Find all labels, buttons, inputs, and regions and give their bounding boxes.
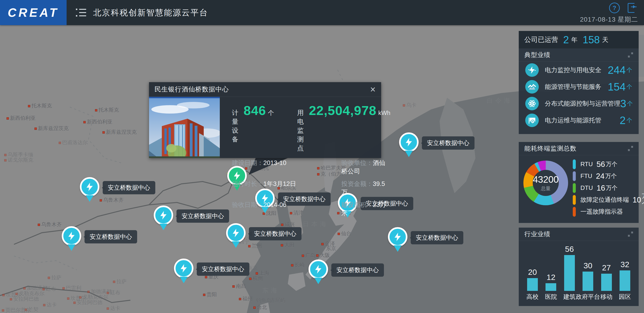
expand-icon[interactable] bbox=[628, 146, 633, 151]
achievement-label: 电力监控与用电安全 bbox=[545, 66, 602, 74]
achievement-row[interactable]: 电力运维与能源托管2个 bbox=[519, 112, 639, 129]
legend-label: 一遥故障指示器 bbox=[580, 208, 623, 216]
industry-panel: 行业业绩 20高校12医院56建筑30政府平台27移动32园区 bbox=[519, 228, 639, 306]
city-label: 大田 bbox=[281, 242, 294, 249]
datacenter-marker-label[interactable]: 安立桥数据中心 bbox=[331, 264, 384, 277]
city-dot-icon bbox=[281, 224, 283, 226]
city-label: 新库兹涅茨克 bbox=[34, 125, 69, 132]
expand-icon[interactable] bbox=[628, 232, 633, 237]
achievement-count-unit: 个 bbox=[627, 100, 633, 107]
city-label: 仙台 bbox=[338, 230, 351, 237]
datacenter-marker-label[interactable]: 安立桥数据中心 bbox=[84, 230, 137, 243]
achievement-count: 3 bbox=[620, 97, 626, 110]
datacenter-marker[interactable] bbox=[80, 177, 100, 202]
datacenter-marker-label[interactable]: 安立桥数据中心 bbox=[411, 231, 463, 244]
datacenter-marker[interactable] bbox=[154, 206, 173, 230]
city-dot-icon bbox=[2, 309, 4, 312]
city-label: 乌鲁木齐 bbox=[100, 197, 124, 204]
bar-value: 56 bbox=[565, 245, 574, 254]
city-dot-icon bbox=[239, 298, 241, 300]
city-label: 乌鲁木齐 bbox=[38, 221, 62, 228]
city-dot-icon bbox=[15, 293, 18, 295]
city-dot-icon bbox=[338, 233, 340, 235]
city-label: 南昌 bbox=[232, 283, 246, 290]
city-dot-icon bbox=[256, 272, 258, 275]
datacenter-marker-label[interactable]: 安立桥数据中心 bbox=[249, 227, 302, 240]
legend-unit: 万个 bbox=[605, 172, 617, 180]
popup-detail-row: 投资金额：39.5万 bbox=[341, 180, 390, 196]
bar bbox=[564, 255, 575, 291]
datacenter-marker[interactable] bbox=[62, 226, 81, 251]
datacenter-marker[interactable] bbox=[226, 223, 246, 248]
legend-color-bar bbox=[573, 159, 576, 169]
legend-row: RTU56万个 bbox=[573, 158, 636, 170]
menu-list-icon[interactable] bbox=[76, 8, 86, 16]
bar bbox=[527, 278, 538, 291]
city-label: 托木斯克 bbox=[28, 102, 52, 109]
atom-icon bbox=[525, 97, 539, 110]
legend-value: 56 bbox=[596, 160, 605, 169]
city-label: 乌卡 bbox=[403, 102, 416, 109]
city-dot-icon bbox=[403, 104, 405, 107]
city-dot-icon bbox=[281, 244, 283, 247]
datacenter-marker[interactable] bbox=[399, 132, 418, 157]
achievement-row[interactable]: 分布式能源控制与运营管理3个 bbox=[519, 95, 639, 112]
popup-title: 民生银行酒仙桥数据中心 bbox=[154, 85, 229, 94]
logout-icon[interactable] bbox=[628, 2, 638, 12]
city-label: 福州 bbox=[239, 295, 252, 302]
city-dot-icon bbox=[28, 105, 30, 107]
datacenter-marker[interactable] bbox=[174, 259, 194, 283]
city-dot-icon bbox=[203, 294, 205, 296]
legend-unit: 万个 bbox=[642, 192, 644, 208]
legend-unit: 万个 bbox=[606, 160, 618, 168]
industry-bar-column: 20高校 bbox=[524, 244, 540, 301]
operation-days: 158 bbox=[582, 34, 600, 46]
city-dot-icon bbox=[67, 298, 70, 300]
legend-color-bar bbox=[573, 183, 576, 193]
city-dot-icon bbox=[62, 287, 65, 290]
legend-value: 10 bbox=[632, 196, 641, 204]
datacenter-marker-label[interactable]: 安立桥数据中心 bbox=[422, 136, 474, 150]
datacenter-marker-label[interactable]: 安立桥数据中心 bbox=[176, 209, 229, 223]
bar-value: 27 bbox=[602, 263, 611, 272]
lightning-icon bbox=[525, 63, 539, 77]
city-dot-icon bbox=[95, 109, 97, 111]
achievement-row[interactable]: 能源管理与节能服务154个 bbox=[519, 78, 639, 95]
terminals-panel: 能耗终端监测总数 43200 总量 RTU56万个FTU24万个DTU16万个故… bbox=[519, 142, 639, 223]
datacenter-marker[interactable] bbox=[308, 260, 328, 284]
achievement-row[interactable]: 电力监控与用电安全244个 bbox=[519, 62, 639, 78]
city-dot-icon bbox=[48, 277, 50, 279]
bar-category-label: 园区 bbox=[619, 293, 631, 301]
page-title: 北京科税创新智慧能源云平台 bbox=[93, 7, 208, 18]
city-label: 长崎 bbox=[291, 262, 305, 269]
donut-total-label: 总量 bbox=[541, 185, 551, 192]
city-label: 巴雷利 bbox=[62, 285, 81, 292]
city-dot-icon bbox=[79, 296, 82, 299]
datacenter-marker-label[interactable]: 安立桥数据中心 bbox=[197, 263, 249, 276]
popup-detail-row: 建设日期：2013-10 bbox=[232, 159, 341, 175]
city-dot-icon bbox=[321, 243, 324, 245]
city-label: 新西伯利亚 bbox=[83, 118, 112, 125]
city-label: 安拉阿巴德 bbox=[73, 299, 102, 306]
city-dot-icon bbox=[100, 199, 102, 202]
city-dot-icon bbox=[107, 308, 109, 310]
popup-detail-row: 运行时长：1年3月12日 bbox=[232, 180, 341, 196]
sea-label: 东海 bbox=[262, 286, 280, 295]
industry-bar-column: 30政府平台 bbox=[580, 244, 596, 301]
legend-label: FTU bbox=[580, 172, 592, 180]
city-dot-icon bbox=[73, 302, 76, 304]
bar-category-label: 移动 bbox=[600, 293, 612, 301]
close-icon[interactable]: × bbox=[370, 85, 376, 94]
help-icon[interactable]: ? bbox=[609, 2, 620, 13]
city-label: 杭州 bbox=[249, 275, 263, 282]
datacenter-marker[interactable] bbox=[388, 227, 408, 252]
industry-title: 行业业绩 bbox=[524, 230, 550, 238]
date-display: 2017-08-13 星期二 bbox=[580, 15, 638, 24]
expand-icon[interactable] bbox=[628, 52, 633, 57]
bar bbox=[546, 283, 556, 291]
legend-row: DTU16万个 bbox=[573, 182, 636, 194]
datacenter-marker-label[interactable]: 安立桥数据中心 bbox=[103, 181, 155, 194]
industry-bar-column: 27移动 bbox=[598, 244, 615, 301]
terminals-title: 能耗终端监测总数 bbox=[524, 144, 576, 153]
city-dot-icon bbox=[249, 278, 252, 280]
